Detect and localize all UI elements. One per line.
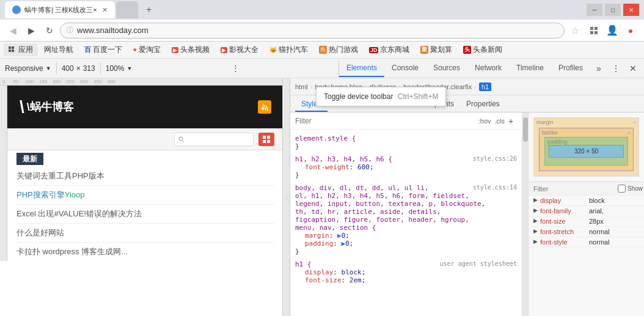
maximize-button[interactable]: □ xyxy=(605,4,621,16)
bc-html[interactable]: html xyxy=(295,83,308,90)
margin-box: margin − border − padding- xyxy=(533,117,639,177)
filter-bar: :hov .cls + xyxy=(290,112,522,130)
show-all-checkbox[interactable] xyxy=(618,185,626,193)
prop-row-display: ▶ display block xyxy=(529,196,644,206)
wp-grid-button[interactable] xyxy=(258,133,274,146)
close-button[interactable]: ✕ xyxy=(623,4,639,16)
bookmark-toutiao-video[interactable]: ▶ 头条视频 xyxy=(167,43,214,56)
svg-rect-14 xyxy=(267,140,270,143)
border-label: border xyxy=(542,130,558,136)
title-bar: 蜗牛博客| 三根K线改三× ✕ + ─ □ ✕ xyxy=(0,0,644,20)
css-margin-expand[interactable]: ▶ xyxy=(337,232,342,240)
wp-link-3[interactable]: Excel 出现#VALUE!错误的解决方法 xyxy=(16,205,274,224)
filter-hov-button[interactable]: :hov xyxy=(478,117,491,125)
styles-panel-content: :hov .cls + element.style { } xyxy=(290,112,644,316)
chrome-menu-button[interactable]: ● xyxy=(622,22,639,39)
filter-add-button[interactable]: + xyxy=(505,115,517,127)
bookmark-news[interactable]: 头 头条新闻 xyxy=(458,43,507,56)
bookmark-game[interactable]: 热 热门游戏 xyxy=(314,43,363,56)
bookmark-apps[interactable]: 应用 xyxy=(4,43,38,56)
console-tab[interactable]: Console xyxy=(384,60,426,77)
sources-tab[interactable]: Sources xyxy=(426,60,467,77)
padding-label: padding- xyxy=(547,139,569,145)
window-controls: ─ □ ✕ xyxy=(587,4,639,16)
css-source-2[interactable]: style.css:26 xyxy=(473,155,517,162)
resize-handle[interactable]: ⋮ xyxy=(282,78,290,316)
svg-rect-11 xyxy=(263,136,266,139)
side-ruler xyxy=(0,86,7,261)
margin-label: margin xyxy=(536,119,554,125)
svg-rect-1 xyxy=(595,27,598,30)
bookmark-taobao[interactable]: ♥ 爱淘宝 xyxy=(128,43,166,56)
wp-tag-label: 最新 xyxy=(16,153,43,165)
prop-arrow-3[interactable]: ▶ xyxy=(533,218,538,225)
css-scrollbar[interactable] xyxy=(522,112,528,316)
zoom-dropdown[interactable]: ▼ xyxy=(126,65,132,72)
profiles-tab[interactable]: Profiles xyxy=(551,60,590,77)
svg-rect-2 xyxy=(590,31,593,34)
wp-link-1[interactable]: 关键词去重工具PHP版本 xyxy=(16,167,274,186)
extensions-icon[interactable] xyxy=(585,22,602,39)
back-button[interactable]: ◀ xyxy=(5,23,21,39)
bookmark-star-button[interactable]: ☆ xyxy=(567,23,583,39)
profile-icon[interactable]: 👤 xyxy=(604,22,621,39)
more-options-icon[interactable]: ⋮ xyxy=(227,61,243,76)
viewport-height[interactable]: 313 xyxy=(83,64,95,73)
svg-rect-7 xyxy=(12,50,14,52)
more-tabs-button[interactable]: » xyxy=(590,60,607,77)
bookmark-nav[interactable]: 网址导航 xyxy=(39,43,78,56)
devtools-close-button[interactable]: ✕ xyxy=(624,60,642,77)
prop-val-display: block xyxy=(589,197,605,204)
elements-tab[interactable]: Elements xyxy=(339,60,384,77)
tab-close-button[interactable]: ✕ xyxy=(102,6,108,14)
viewport-width[interactable]: 400 xyxy=(62,64,74,73)
forward-button[interactable]: ▶ xyxy=(23,23,39,39)
dropdown-arrow[interactable]: ▼ xyxy=(46,65,51,72)
prop-name-fontfamily: font-family xyxy=(540,207,589,215)
css-selector-2: h1, h2, h3, h4, h5, h6 { xyxy=(295,155,392,163)
add-tab-button[interactable]: + xyxy=(142,2,156,17)
wp-link-2[interactable]: PHP搜索引擎Yioop xyxy=(16,186,274,205)
properties-tab[interactable]: Properties xyxy=(460,97,506,112)
bookmark-movie[interactable]: ▶ 影视大全 xyxy=(216,43,263,56)
prop-arrow-1[interactable]: ▶ xyxy=(533,197,538,204)
bookmark-jd[interactable]: JD 京东商城 xyxy=(364,43,415,56)
svg-rect-13 xyxy=(263,140,266,143)
tab-inactive[interactable] xyxy=(116,1,138,18)
css-selector-1: element.style { xyxy=(295,134,356,142)
wp-link-5[interactable]: 卡拉扑 wordpress 博客生成网... xyxy=(16,243,274,261)
wp-link-4[interactable]: 什么是好网站 xyxy=(16,224,274,243)
content-size: 320 × 50 xyxy=(574,148,598,155)
bookmark-maopu[interactable]: 🐱 猫扑汽车 xyxy=(265,43,313,56)
css-area: element.style { } h1, h2, h3, h4, h5, h6… xyxy=(290,130,522,316)
content-box: 320 × 50 xyxy=(549,145,624,158)
box-model-visual: margin − border − padding- xyxy=(529,112,644,182)
css-source-3[interactable]: style.css:14 xyxy=(473,184,517,191)
zoom-level[interactable]: 100% xyxy=(106,64,125,73)
responsive-label[interactable]: Responsive xyxy=(5,64,43,73)
refresh-button[interactable]: ↻ xyxy=(42,23,57,39)
minimize-button[interactable]: ─ xyxy=(587,4,602,16)
prop-arrow-5[interactable]: ▶ xyxy=(533,238,538,246)
bookmark-ju[interactable]: 聚 聚划算 xyxy=(415,43,457,56)
prop-arrow-2[interactable]: ▶ xyxy=(533,207,538,215)
bookmark-news-label: 头条新闻 xyxy=(473,45,502,55)
bookmark-baidu[interactable]: 百 百度一下 xyxy=(79,43,127,56)
address-bar[interactable]: ⓘ www.snailtoday.com xyxy=(60,23,565,39)
prop-arrow-4[interactable]: ▶ xyxy=(533,228,538,235)
tab-active[interactable]: 蜗牛博客| 三根K线改三× ✕ xyxy=(5,1,115,18)
filter-input[interactable] xyxy=(295,117,475,125)
computed-filter-input[interactable] xyxy=(533,185,618,193)
timeline-tab[interactable]: Timeline xyxy=(509,60,551,77)
border-minus[interactable]: − xyxy=(628,130,631,136)
browser-frame: 蜗牛博客| 三根K线改三× ✕ + ─ □ ✕ ◀ ▶ ↻ ⓘ www.snai… xyxy=(0,0,644,316)
styles-left: :hov .cls + element.style { } xyxy=(290,112,522,316)
bc-h1[interactable]: h1 xyxy=(479,83,491,91)
separator xyxy=(56,62,57,75)
margin-minus[interactable]: − xyxy=(633,119,636,125)
devtools-settings-icon[interactable]: ⋮ xyxy=(607,60,624,77)
svg-point-9 xyxy=(179,137,183,141)
wp-search[interactable] xyxy=(174,133,254,146)
filter-cls-button[interactable]: .cls xyxy=(495,117,505,125)
network-tab[interactable]: Network xyxy=(467,60,509,77)
